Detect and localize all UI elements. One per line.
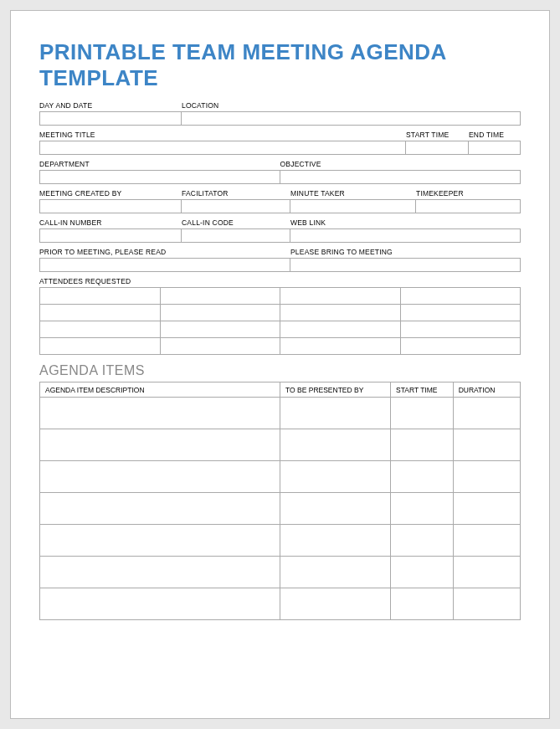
label-callin-number: CALL-IN NUMBER — [39, 218, 182, 228]
field-objective[interactable] — [280, 170, 521, 184]
label-attendees: ATTENDEES REQUESTED — [39, 277, 521, 287]
table-row — [40, 305, 521, 321]
table-row — [40, 338, 521, 355]
attendee-cell[interactable] — [160, 305, 280, 321]
agenda-col-start-time: START TIME — [391, 382, 454, 398]
label-end-time: END TIME — [469, 131, 521, 141]
field-meeting-title[interactable] — [39, 141, 406, 155]
agenda-cell[interactable] — [280, 398, 391, 429]
field-prior-read[interactable] — [39, 258, 290, 272]
table-row — [40, 461, 521, 493]
agenda-cell[interactable] — [40, 398, 280, 429]
row-prior-bring: PRIOR TO MEETING, PLEASE READ PLEASE BRI… — [39, 248, 521, 272]
agenda-cell[interactable] — [453, 429, 520, 461]
label-department: DEPARTMENT — [39, 160, 280, 170]
label-web-link: WEB LINK — [290, 218, 521, 228]
agenda-cell[interactable] — [391, 493, 454, 525]
field-callin-number[interactable] — [39, 228, 182, 243]
agenda-col-duration: DURATION — [453, 382, 520, 398]
attendee-cell[interactable] — [400, 321, 521, 338]
agenda-col-description: AGENDA ITEM DESCRIPTION — [40, 382, 280, 398]
table-row — [40, 493, 521, 525]
attendee-cell[interactable] — [40, 288, 161, 305]
field-minute-taker[interactable] — [290, 199, 416, 213]
attendee-cell[interactable] — [160, 288, 280, 305]
agenda-cell[interactable] — [40, 557, 280, 588]
attendee-cell[interactable] — [280, 321, 401, 338]
label-minute-taker: MINUTE TAKER — [290, 189, 416, 199]
page-wrapper: PRINTABLE TEAM MEETING AGENDA TEMPLATE D… — [0, 0, 560, 729]
attendee-cell[interactable] — [280, 305, 401, 321]
agenda-table: AGENDA ITEM DESCRIPTION TO BE PRESENTED … — [39, 382, 521, 620]
page: PRINTABLE TEAM MEETING AGENDA TEMPLATE D… — [10, 10, 550, 719]
agenda-cell[interactable] — [453, 557, 520, 588]
attendee-cell[interactable] — [400, 305, 521, 321]
table-row — [40, 557, 521, 588]
agenda-cell[interactable] — [280, 461, 391, 493]
agenda-cell[interactable] — [280, 493, 391, 525]
label-start-time: START TIME — [406, 131, 469, 141]
field-facilitator[interactable] — [182, 199, 290, 213]
attendee-cell[interactable] — [400, 288, 521, 305]
agenda-cell[interactable] — [40, 525, 280, 557]
agenda-cell[interactable] — [280, 525, 391, 557]
agenda-cell[interactable] — [280, 557, 391, 588]
label-objective: OBJECTIVE — [280, 160, 521, 170]
field-please-bring[interactable] — [290, 258, 521, 272]
agenda-cell[interactable] — [280, 429, 391, 461]
agenda-col-presented-by: TO BE PRESENTED BY — [280, 382, 391, 398]
label-timekeeper: TIMEKEEPER — [416, 189, 521, 199]
attendee-cell[interactable] — [160, 338, 280, 355]
attendees-table — [39, 287, 521, 355]
agenda-cell[interactable] — [453, 525, 520, 557]
table-row — [40, 398, 521, 429]
agenda-cell[interactable] — [391, 461, 454, 493]
label-facilitator: FACILITATOR — [182, 189, 290, 199]
attendee-cell[interactable] — [40, 321, 161, 338]
agenda-cell[interactable] — [453, 461, 520, 493]
agenda-cell[interactable] — [391, 398, 454, 429]
agenda-cell[interactable] — [40, 429, 280, 461]
field-created-by[interactable] — [39, 199, 182, 213]
table-row — [40, 429, 521, 461]
field-end-time[interactable] — [469, 141, 521, 155]
label-meeting-title: MEETING TITLE — [39, 131, 406, 141]
field-web-link[interactable] — [290, 228, 521, 243]
agenda-cell[interactable] — [453, 588, 520, 620]
label-please-bring: PLEASE BRING TO MEETING — [290, 248, 521, 258]
label-prior-read: PRIOR TO MEETING, PLEASE READ — [39, 248, 290, 258]
field-callin-code[interactable] — [182, 228, 290, 243]
row-day-location: DAY AND DATE LOCATION — [39, 101, 521, 126]
field-location[interactable] — [182, 111, 521, 126]
agenda-cell[interactable] — [391, 525, 454, 557]
page-title: PRINTABLE TEAM MEETING AGENDA TEMPLATE — [39, 39, 521, 91]
label-day-date: DAY AND DATE — [39, 101, 182, 111]
row-dept-objective: DEPARTMENT OBJECTIVE — [39, 160, 521, 184]
field-timekeeper[interactable] — [416, 199, 521, 213]
attendee-cell[interactable] — [40, 305, 161, 321]
attendee-cell[interactable] — [280, 338, 401, 355]
attendee-cell[interactable] — [400, 338, 521, 355]
agenda-cell[interactable] — [453, 398, 520, 429]
label-created-by: MEETING CREATED BY — [39, 189, 182, 199]
agenda-cell[interactable] — [391, 588, 454, 620]
field-day-date[interactable] — [39, 111, 182, 126]
field-start-time[interactable] — [406, 141, 469, 155]
attendee-cell[interactable] — [40, 338, 161, 355]
attendee-cell[interactable] — [280, 288, 401, 305]
attendee-cell[interactable] — [160, 321, 280, 338]
field-department[interactable] — [39, 170, 280, 184]
agenda-cell[interactable] — [280, 588, 391, 620]
row-roles: MEETING CREATED BY FACILITATOR MINUTE TA… — [39, 189, 521, 213]
agenda-cell[interactable] — [40, 588, 280, 620]
agenda-cell[interactable] — [453, 493, 520, 525]
agenda-cell[interactable] — [391, 557, 454, 588]
table-row — [40, 321, 521, 338]
label-location: LOCATION — [182, 101, 521, 111]
table-row — [40, 525, 521, 557]
row-callin: CALL-IN NUMBER CALL-IN CODE WEB LINK — [39, 218, 521, 243]
row-title-times: MEETING TITLE START TIME END TIME — [39, 131, 521, 155]
agenda-cell[interactable] — [40, 493, 280, 525]
agenda-cell[interactable] — [391, 429, 454, 461]
agenda-cell[interactable] — [40, 461, 280, 493]
